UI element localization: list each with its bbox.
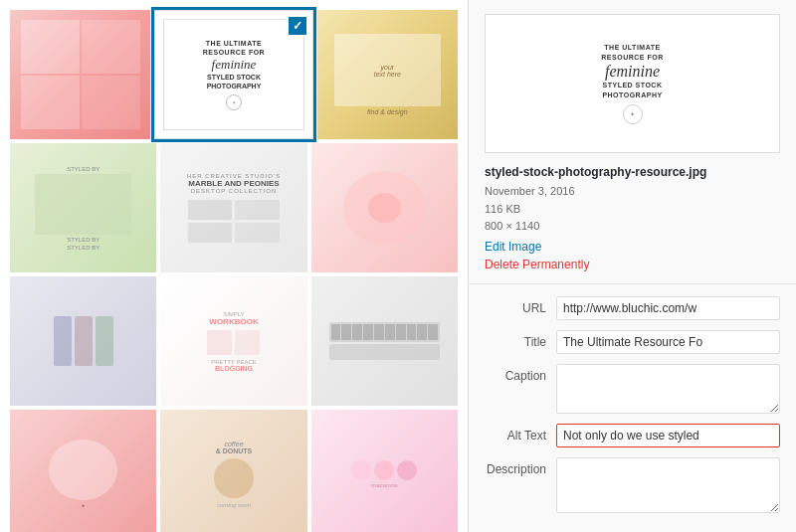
url-label: URL: [485, 296, 556, 315]
file-name: styled-stock-photography-resource.jpg: [485, 165, 780, 179]
file-size: 116 KB: [485, 201, 780, 219]
file-date: November 3, 2016: [485, 183, 780, 201]
delete-permanently-link[interactable]: Delete Permanently: [485, 258, 780, 271]
thumb-gold-desk[interactable]: yourtext here find & design: [317, 10, 458, 139]
thumb-notebooks[interactable]: [10, 276, 156, 406]
thumb-main-featured[interactable]: ✓ THE ULTIMATERESOURCE FOR feminine STYL…: [154, 10, 312, 139]
details-fields: URL Title Caption Alt Text Description: [469, 284, 796, 532]
thumb-pink-desk[interactable]: ✦: [10, 410, 156, 532]
title-label: Title: [485, 330, 556, 349]
caption-field-row: Caption: [485, 364, 780, 414]
preview-title-italic: feminine: [605, 63, 660, 81]
thumb-flowers-pink[interactable]: [311, 143, 458, 272]
url-input[interactable]: [556, 296, 780, 320]
thumb-macarons[interactable]: macarons: [311, 410, 458, 532]
preview-title-bottom: STYLED STOCKPHOTOGRAPHY: [602, 81, 662, 100]
thumb-marble-peonies[interactable]: HER CREATIVE STUDIO's MARBLE AND PEONIES…: [160, 143, 306, 272]
file-dimensions: 800 × 1140: [485, 218, 780, 236]
details-top: THE ULTIMATERESOURCE FOR feminine STYLED…: [469, 0, 796, 284]
alt-text-field-row: Alt Text: [485, 424, 780, 447]
edit-image-link[interactable]: Edit Image: [485, 240, 780, 254]
grid-row-1: ✓ THE ULTIMATERESOURCE FOR feminine STYL…: [10, 10, 458, 139]
grid-row-4: ✦ coffee & donuts coming soon macarons: [10, 410, 458, 532]
title-field-row: Title: [485, 330, 780, 354]
title-input[interactable]: [556, 330, 780, 354]
preview-title-top: THE ULTIMATERESOURCE FOR: [601, 43, 663, 63]
alt-text-label: Alt Text: [485, 424, 556, 443]
alt-text-input[interactable]: [556, 424, 780, 447]
grid-row-2: STYLED BY STYLED BY STYLED BY HER CREATI…: [10, 143, 458, 272]
description-label: Description: [485, 457, 556, 476]
thumb-flowers-desk[interactable]: STYLED BY STYLED BY STYLED BY: [10, 143, 156, 272]
caption-input[interactable]: [556, 364, 780, 414]
media-grid[interactable]: ✓ THE ULTIMATERESOURCE FOR feminine STYL…: [0, 0, 468, 532]
grid-row-3: SIMPLY WORKBOOK PRETTY PEACE BLOGGING: [10, 276, 458, 406]
thumb-pink-text[interactable]: SIMPLY WORKBOOK PRETTY PEACE BLOGGING: [160, 276, 306, 406]
thumb-keyboard[interactable]: [311, 276, 458, 406]
details-panel: THE ULTIMATERESOURCE FOR feminine STYLED…: [468, 0, 796, 532]
caption-label: Caption: [485, 364, 556, 383]
preview-logo: ✦: [623, 104, 643, 124]
description-input[interactable]: [556, 457, 780, 513]
selected-checkmark: ✓: [287, 15, 308, 37]
thumb-coffee[interactable]: coffee & donuts coming soon: [160, 410, 306, 532]
url-field-row: URL: [485, 296, 780, 320]
description-field-row: Description: [485, 457, 780, 513]
preview-thumbnail: THE ULTIMATERESOURCE FOR feminine STYLED…: [485, 14, 780, 153]
thumb-pink-collage[interactable]: [10, 10, 150, 139]
